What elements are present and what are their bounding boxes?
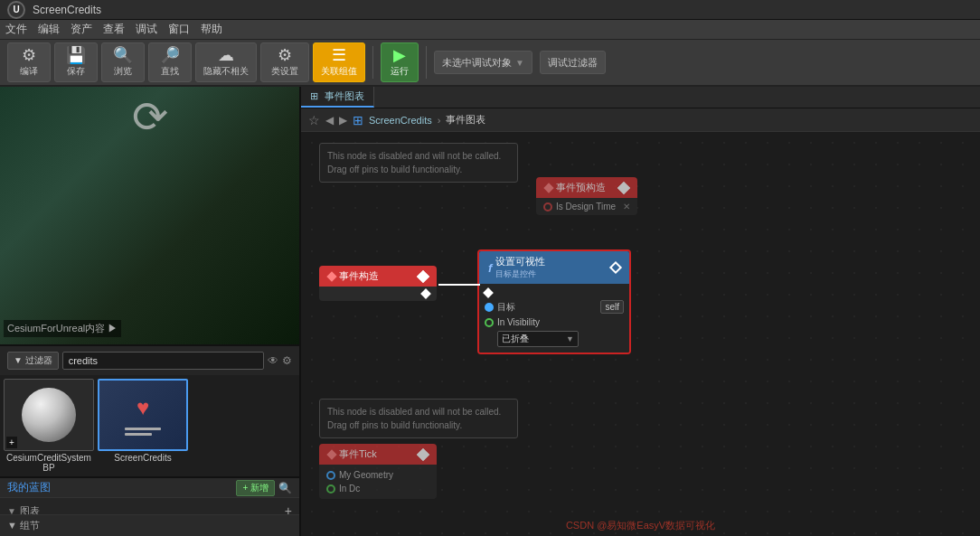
search-input[interactable] bbox=[62, 352, 264, 370]
thumb-credits-img: ♥ bbox=[98, 379, 188, 451]
construct-exec-pin bbox=[323, 288, 433, 299]
target-selector[interactable]: 未选中调试对象 ▼ bbox=[434, 51, 532, 74]
graph-nav-bar: ☆ ◀ ▶ ⊞ ScreenCredits › 事件图表 bbox=[301, 108, 980, 132]
event-graph-tab-label: 事件图表 bbox=[325, 90, 364, 101]
run-button[interactable]: ▶ 运行 bbox=[381, 42, 419, 82]
target-pin bbox=[485, 303, 494, 312]
hide-button[interactable]: ☁ 隐藏不相关 bbox=[195, 42, 257, 82]
class-settings-icon: ⚙ bbox=[278, 47, 292, 63]
close-pin: ✕ bbox=[623, 202, 630, 212]
menu-edit[interactable]: 编辑 bbox=[38, 22, 60, 37]
class-settings-label: 类设置 bbox=[271, 65, 298, 78]
visibility-label: In Visibility bbox=[497, 317, 540, 327]
right-panel: ⊞ 事件图表 ☆ ◀ ▶ ⊞ ScreenCredits › 事件图表 This… bbox=[301, 87, 980, 536]
content-browser-controls: ▼ 过滤器 👁 ⚙ bbox=[0, 344, 299, 375]
search-small-icon[interactable]: 🔍 bbox=[278, 482, 292, 494]
thumb-cesium[interactable]: + CesiumCreditSystemBP bbox=[4, 379, 94, 473]
menu-window[interactable]: 窗口 bbox=[168, 22, 190, 37]
eye-icon[interactable]: 👁 bbox=[268, 354, 278, 367]
asset-area: ⟳ CesiumForUnreal内容 ▶ bbox=[0, 87, 299, 344]
settings-icon[interactable]: ⚙ bbox=[282, 354, 292, 367]
thumb-credits-label: ScreenCredits bbox=[114, 453, 171, 463]
set-vis-body: 目标 self In Visibility 已折叠 ▼ bbox=[479, 284, 629, 353]
event-construct-body bbox=[319, 287, 437, 301]
breadcrumb-current: 事件图表 bbox=[446, 113, 485, 127]
blueprint-panel-header: 我的蓝图 + 新增 🔍 bbox=[0, 476, 299, 498]
func-f-icon: f bbox=[488, 261, 492, 275]
thumbnails-area: + CesiumCreditSystemBP ♥ ScreenCredits bbox=[0, 375, 299, 476]
target-row: 目标 self bbox=[485, 298, 624, 315]
window-tab[interactable]: ScreenCredits bbox=[33, 4, 101, 16]
star-icon[interactable]: ☆ bbox=[308, 113, 320, 127]
is-design-pin: Is Design Time ✕ bbox=[543, 202, 630, 212]
vis-pin bbox=[485, 318, 494, 327]
event-pre-construct-node[interactable]: 事件预构造 Is Design Time ✕ bbox=[536, 177, 637, 215]
event-tick-node[interactable]: 事件Tick My Geometry In Dc bbox=[319, 444, 437, 499]
compile-button[interactable]: ⚙ 编译 bbox=[7, 42, 51, 82]
event-pre-header: 事件预构造 bbox=[536, 177, 637, 198]
find-label: 直找 bbox=[161, 65, 179, 78]
menu-help[interactable]: 帮助 bbox=[201, 22, 222, 37]
run-label: 运行 bbox=[391, 65, 409, 78]
class-defaults-button[interactable]: ☰ 关联组值 bbox=[313, 42, 365, 82]
indc-pin: In Dc bbox=[326, 482, 429, 495]
class-defaults-label: 关联组值 bbox=[321, 65, 357, 78]
watermark: CSDN @易知微EasyV数据可视化 bbox=[566, 519, 715, 532]
find-button[interactable]: 🔎 直找 bbox=[148, 42, 192, 82]
bp-actions: + 新增 🔍 bbox=[236, 480, 292, 496]
thumb-screen-credits[interactable]: ♥ ScreenCredits bbox=[98, 379, 188, 473]
geometry-pin: My Geometry bbox=[326, 468, 429, 482]
debug-filter[interactable]: 调试过滤器 bbox=[540, 51, 606, 74]
menu-file[interactable]: 文件 bbox=[5, 22, 27, 37]
graph-canvas[interactable]: This node is disabled and will not be ca… bbox=[301, 132, 980, 536]
browse-button[interactable]: 🔍 浏览 bbox=[101, 42, 145, 82]
add-indicator: + bbox=[6, 437, 17, 448]
graph-section-header[interactable]: ▼ 图表 + bbox=[0, 502, 299, 514]
breadcrumb-sep: › bbox=[438, 115, 441, 126]
event-graph-tab[interactable]: ⊞ 事件图表 bbox=[301, 87, 374, 108]
menu-asset[interactable]: 资产 bbox=[71, 22, 92, 37]
asset-bg: ⟳ CesiumForUnreal内容 ▶ bbox=[0, 87, 299, 344]
exec-in-row bbox=[485, 287, 624, 298]
exec-right-pin bbox=[617, 181, 630, 193]
set-vis-title: 设置可视性 bbox=[495, 255, 545, 268]
back-icon[interactable]: ◀ bbox=[325, 114, 334, 127]
class-settings-button[interactable]: ⚙ 类设置 bbox=[260, 42, 309, 82]
debug-filter-label: 调试过滤器 bbox=[548, 56, 598, 70]
set-visibility-node[interactable]: f 设置可视性 目标是控件 bbox=[477, 249, 631, 354]
exec-right-setvis bbox=[609, 261, 622, 274]
main-layout: ⟳ CesiumForUnreal内容 ▶ ▼ 过滤器 👁 ⚙ bbox=[0, 87, 980, 536]
save-label: 保存 bbox=[67, 65, 85, 78]
menu-view[interactable]: 查看 bbox=[103, 22, 125, 37]
visibility-row: In Visibility bbox=[485, 315, 624, 329]
chevron-down-icon: ▼ bbox=[515, 58, 524, 68]
plus-graph[interactable]: + bbox=[285, 503, 292, 514]
target-value: self bbox=[600, 300, 624, 314]
event-pre-construct-node-label: 事件预构造 bbox=[556, 181, 606, 194]
disabled-notice-1: This node is disabled and will not be ca… bbox=[319, 143, 518, 183]
event-tick-body: My Geometry In Dc bbox=[319, 465, 437, 499]
new-btn[interactable]: + 新增 bbox=[236, 480, 275, 496]
diamond-tick-node bbox=[326, 449, 336, 459]
forward-icon[interactable]: ▶ bbox=[339, 114, 347, 127]
filter-button[interactable]: ▼ 过滤器 bbox=[7, 352, 59, 370]
dropdown-arrow: ▼ bbox=[566, 334, 574, 343]
grid-icon: ⊞ bbox=[310, 90, 318, 101]
compile-label: 编译 bbox=[20, 65, 38, 78]
my-blueprint-label: 我的蓝图 bbox=[7, 480, 51, 495]
graph-section: ▼ 图表 + ▼ 事件图表 事件预构造 bbox=[0, 502, 299, 514]
components-tab[interactable]: ▼ 组节 bbox=[7, 519, 40, 532]
visibility-dropdown[interactable]: 已折叠 ▼ bbox=[497, 329, 624, 349]
event-construct-node[interactable]: 事件构造 bbox=[319, 266, 437, 301]
event-pre-body: Is Design Time ✕ bbox=[536, 198, 637, 215]
menu-debug[interactable]: 调试 bbox=[136, 22, 157, 37]
save-button[interactable]: 💾 保存 bbox=[54, 42, 98, 82]
breadcrumb-root[interactable]: ScreenCredits bbox=[369, 115, 432, 126]
run-icon: ▶ bbox=[393, 47, 406, 63]
tree-area: ▼ 图表 + ▼ 事件图表 事件预构造 bbox=[0, 498, 299, 514]
compile-icon: ⚙ bbox=[22, 47, 36, 63]
is-design-label: Is Design Time bbox=[556, 202, 616, 212]
class-defaults-icon: ☰ bbox=[332, 47, 346, 63]
event-construct-node-label: 事件构造 bbox=[339, 269, 379, 283]
browse-icon: 🔍 bbox=[113, 47, 133, 63]
